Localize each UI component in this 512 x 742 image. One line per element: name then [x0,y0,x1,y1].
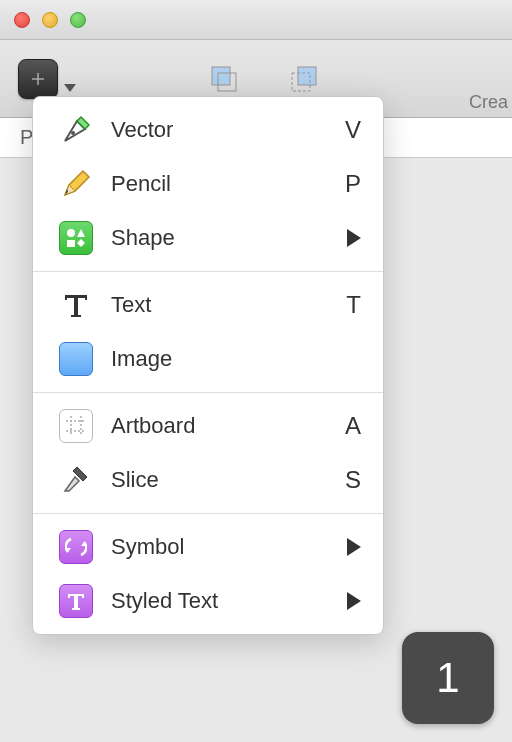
menu-item-label: Vector [111,117,345,143]
scalpel-icon [57,461,95,499]
menu-item-symbol[interactable]: Symbol [33,520,383,574]
window-titlebar [0,0,512,40]
insert-dropdown-menu: Vector V Pencil P Shape Text T Image [32,96,384,635]
submenu-arrow-icon [347,538,361,556]
menu-item-label: Symbol [111,534,347,560]
insert-dropdown-caret-icon[interactable] [64,84,76,92]
submenu-arrow-icon [347,592,361,610]
menu-item-label: Image [111,346,361,372]
text-icon [57,286,95,324]
menu-item-shortcut: P [345,170,361,198]
menu-item-label: Slice [111,467,345,493]
svg-point-4 [71,131,75,135]
plus-icon [29,70,47,88]
toolbar-label-truncated: Crea [469,92,508,113]
ungroup-tool-icon[interactable] [284,59,324,99]
svg-rect-2 [298,67,316,85]
menu-item-label: Pencil [111,171,345,197]
image-icon [57,340,95,378]
menu-item-label: Text [111,292,346,318]
submenu-arrow-icon [347,229,361,247]
menu-item-text[interactable]: Text T [33,278,383,332]
menu-separator [33,513,383,514]
menu-item-shortcut: T [346,291,361,319]
pencil-icon [57,165,95,203]
group-tool-icon[interactable] [204,59,244,99]
svg-marker-8 [77,239,85,247]
window-zoom-button[interactable] [70,12,86,28]
menu-item-shortcut: A [345,412,361,440]
svg-rect-7 [67,240,75,247]
menu-item-shortcut: V [345,116,361,144]
menu-item-artboard[interactable]: Artboard A [33,399,383,453]
symbol-icon [57,528,95,566]
svg-rect-0 [212,67,230,85]
window-close-button[interactable] [14,12,30,28]
svg-point-5 [67,229,75,237]
menu-item-shortcut: S [345,466,361,494]
pen-nib-icon [57,111,95,149]
menu-item-image[interactable]: Image [33,332,383,386]
artboard-icon [57,407,95,445]
menu-item-slice[interactable]: Slice S [33,453,383,507]
menu-item-label: Styled Text [111,588,347,614]
styled-text-icon [57,582,95,620]
menu-item-shape[interactable]: Shape [33,211,383,265]
menu-separator [33,392,383,393]
step-badge-number: 1 [436,654,459,702]
window-minimize-button[interactable] [42,12,58,28]
menu-item-styled-text[interactable]: Styled Text [33,574,383,628]
insert-button[interactable] [18,59,58,99]
svg-marker-6 [77,229,85,237]
shapes-icon [57,219,95,257]
menu-item-label: Shape [111,225,347,251]
step-badge: 1 [402,632,494,724]
menu-item-pencil[interactable]: Pencil P [33,157,383,211]
menu-separator [33,271,383,272]
menu-item-vector[interactable]: Vector V [33,103,383,157]
menu-item-label: Artboard [111,413,345,439]
